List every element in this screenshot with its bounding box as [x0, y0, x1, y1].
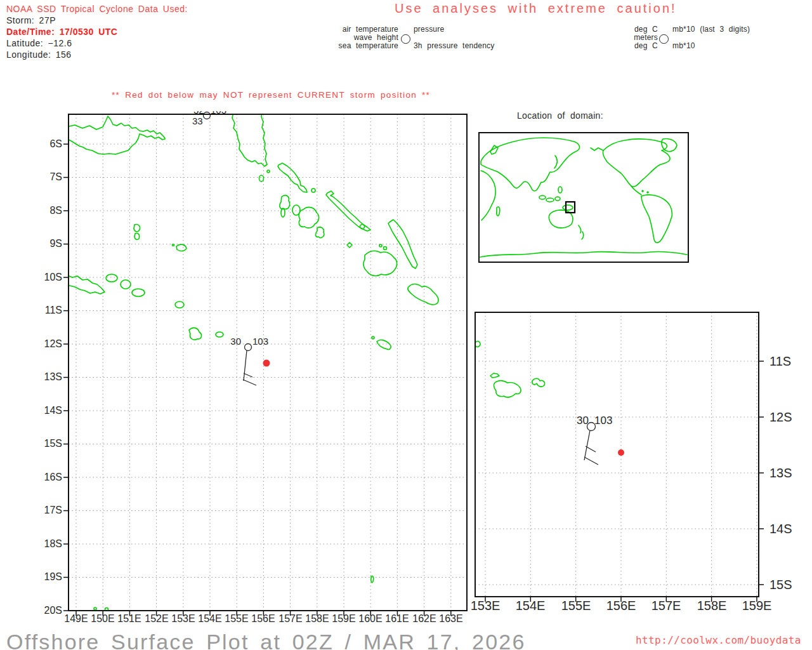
inset-y-axis-label: 11S: [769, 354, 791, 369]
legend-mb10: mb*10: [672, 42, 750, 50]
coastline-louisiade: [216, 332, 223, 337]
coastline-islet: [94, 607, 96, 610]
tick-layer: [485, 361, 764, 602]
edge-station-sea-temp: 33: [192, 116, 203, 126]
coastline-islet: [379, 244, 382, 247]
x-axis-label: 150E: [89, 613, 117, 625]
coastline-madagascar: [497, 207, 500, 216]
x-axis-label: 160E: [357, 613, 384, 625]
station-circle-icon: [245, 344, 252, 351]
station-pressure: 103: [594, 415, 612, 427]
x-axis-label: 159E: [330, 613, 358, 625]
y-axis-label: 13S: [24, 371, 62, 383]
x-axis-label: 154E: [196, 613, 224, 625]
x-axis-label: 158E: [303, 613, 331, 625]
coastline-new-georgia: [280, 196, 290, 209]
coastline-antarctica: [480, 251, 687, 257]
coastline-alaska: [591, 148, 603, 150]
coastline-islet: [311, 189, 315, 192]
coastline-islet: [173, 244, 174, 246]
station-circle-icon: [587, 423, 596, 431]
coastline-small-island: [259, 175, 264, 182]
edge-station-plot: 32 103 33: [192, 105, 226, 126]
y-axis-label: 20S: [24, 605, 62, 616]
coastline-new-britain-south: [66, 134, 165, 154]
y-axis-label: 11S: [24, 305, 62, 316]
coastline-trobriand: [134, 224, 140, 231]
y-axis-label: 18S: [24, 538, 62, 550]
grid-layer: [475, 312, 759, 597]
coastline-russell: [360, 225, 365, 229]
y-axis-label: 6S: [24, 138, 62, 150]
station-legend-left: air temperature wave height sea temperat…: [272, 25, 398, 50]
coastline-woodlark: [176, 244, 187, 251]
world-coastlines: [480, 138, 687, 257]
coastline-new-britain-north: [66, 116, 165, 138]
data-source-line: NOAA SSD Tropical Cyclone Data Used:: [6, 4, 188, 15]
coastline-edge-islet: [475, 342, 480, 347]
inset-x-axis-label: 154E: [511, 599, 549, 613]
y-axis-label: 19S: [24, 571, 62, 583]
coastline-indonesia: [546, 198, 554, 202]
wind-barb-icon: [243, 350, 256, 385]
caution-banner: Use analyses with extreme caution!: [395, 1, 677, 16]
legend-mb10-last3: mb*10 (last 3 digits): [672, 25, 750, 34]
longitude-line: Longitude: 156: [6, 50, 188, 61]
tick-layer: [63, 144, 451, 616]
source-url[interactable]: http://coolwx.com/buoydata: [636, 634, 801, 646]
inset-x-axis-label: 153E: [466, 599, 504, 613]
coastline-japan: [554, 156, 557, 168]
storm-id-line: Storm: 27P: [6, 15, 188, 27]
y-axis-label: 15S: [24, 438, 62, 449]
coastline-makira: [408, 284, 438, 304]
y-axis-label: 16S: [24, 472, 62, 483]
legend-sea-temperature: sea temperature: [272, 42, 398, 50]
y-axis-label: 10S: [24, 272, 62, 283]
x-axis-label: 149E: [62, 613, 90, 625]
inset-x-axis-label: 158E: [693, 599, 731, 613]
units-legend-right: mb*10 (last 3 digits) mb*10: [672, 25, 750, 50]
coastline-island: [299, 207, 318, 228]
coastline-caribbean: [647, 192, 648, 193]
x-axis-label: 156E: [249, 613, 277, 625]
inset-map-border: [475, 312, 759, 597]
coastline-layer: [475, 342, 545, 397]
station-air-temp: 30: [577, 415, 589, 427]
edge-station-circle-icon: [204, 112, 211, 119]
legend-pressure-tendency: 3h pressure tendency: [414, 42, 494, 50]
legend-pressure: pressure: [414, 25, 494, 34]
x-axis-label: 151E: [115, 613, 143, 625]
coastline-bougainville: [232, 112, 267, 166]
x-axis-label: 155E: [223, 613, 251, 625]
coastline-new-zealand: [579, 225, 584, 239]
station-air-temp: 30: [230, 336, 241, 347]
coastline-islet: [490, 373, 499, 378]
x-axis-label: 162E: [410, 613, 438, 625]
datetime-line: Date/Time: 17/0530 UTC: [6, 27, 188, 38]
units-model-circle-icon: [659, 34, 669, 44]
position-warning: ** Red dot below may NOT represent CURRE…: [112, 90, 430, 100]
coastline-africa: [481, 171, 495, 220]
inset-y-axis-label: 15S: [769, 578, 792, 592]
coastline-scandinavia: [490, 145, 498, 154]
x-axis-label: 163E: [437, 613, 465, 625]
storm-dot: [263, 360, 270, 367]
station-model-circle-icon: [401, 34, 410, 44]
coastline-greenland: [662, 138, 677, 151]
coastline-papuan-tail: [66, 275, 105, 294]
y-axis-label: 12S: [24, 338, 62, 350]
coastline-islet: [347, 242, 352, 248]
y-axis-label: 7S: [24, 171, 62, 183]
inset-y-axis-label: 12S: [769, 410, 792, 425]
coastline-trobriand: [134, 233, 140, 239]
wind-barb-icon: [584, 430, 598, 465]
coastline-caribbean: [642, 190, 643, 192]
coastline-islet: [175, 302, 184, 308]
storm-dot: [618, 449, 624, 456]
station-pressure: 103: [252, 336, 268, 347]
legend-degc-bot: deg C: [607, 42, 658, 50]
coastline-louisiade: [494, 381, 521, 397]
inset-map: 30 103: [469, 306, 773, 611]
coastline-borneo: [539, 196, 546, 199]
coastline-malaita: [388, 220, 417, 269]
